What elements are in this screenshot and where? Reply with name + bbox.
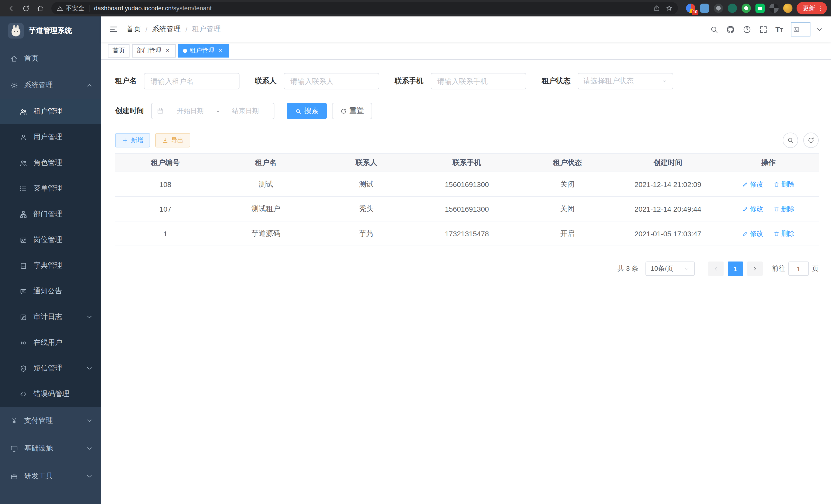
column-header-status: 租户状态 (517, 153, 618, 172)
browser-back-button[interactable] (4, 1, 19, 16)
tags-view-bar: 首页 部门管理 × 租户管理 × (101, 42, 831, 60)
contact-input[interactable] (284, 73, 379, 89)
filter-row-2: 创建时间 开始日期 - 结束日期 搜索 重置 (115, 103, 819, 119)
sidebar-item-home[interactable]: 首页 (0, 45, 101, 72)
create-time-range-picker[interactable]: 开始日期 - 结束日期 (151, 103, 275, 119)
sidebar-item-dept-management[interactable]: 部门管理 (0, 201, 101, 227)
gear-icon (10, 82, 18, 89)
avatar[interactable] (791, 22, 810, 36)
trash-icon (773, 230, 780, 237)
sidebar-item-system-management[interactable]: 系统管理 (0, 72, 101, 99)
cell-contact: 测试 (316, 172, 417, 197)
sidebar-item-dev-tools[interactable]: 研发工具 (0, 463, 101, 490)
dict-icon (20, 262, 27, 269)
delete-link[interactable]: 删除 (773, 229, 795, 238)
close-icon[interactable]: × (217, 47, 224, 54)
post-icon (20, 236, 27, 244)
cell-name: 测试 (216, 172, 316, 197)
extension-icon[interactable] (783, 4, 793, 13)
tenant-name-label: 租户名 (115, 77, 137, 86)
sidebar-item-label: 角色管理 (33, 158, 62, 168)
extension-badge: 10 (692, 10, 698, 15)
sidebar-item-tenant-management[interactable]: 租户管理 (0, 99, 101, 124)
back-arrow-icon (7, 4, 15, 12)
breadcrumb: 首页 / 系统管理 / 租户管理 (126, 25, 221, 34)
tab-dept-management[interactable]: 部门管理 × (132, 44, 176, 57)
breadcrumb-item-system[interactable]: 系统管理 (152, 25, 181, 34)
error-code-icon (20, 390, 27, 398)
sidebar-item-role-management[interactable]: 角色管理 (0, 150, 101, 176)
sidebar-item-menu-management[interactable]: 菜单管理 (0, 176, 101, 201)
toolbar-row: 新增 导出 (115, 132, 819, 148)
caret-down-icon[interactable] (815, 25, 824, 34)
cell-status: 关闭 (517, 172, 618, 197)
contact-phone-input[interactable] (431, 73, 526, 89)
page-number-current[interactable]: 1 (728, 262, 743, 276)
extension-icon[interactable] (728, 4, 737, 13)
sidebar-item-infrastructure[interactable]: 基础设施 (0, 435, 101, 463)
refresh-table-button[interactable] (803, 132, 819, 148)
app-logo[interactable]: 芋道管理系统 (0, 17, 101, 45)
tenant-status-select[interactable]: 请选择租户状态 (578, 73, 673, 89)
breadcrumb-item-home[interactable]: 首页 (126, 25, 141, 34)
sidebar-item-label: 研发工具 (24, 472, 53, 481)
security-chip[interactable]: 不安全 (57, 4, 84, 12)
tab-home[interactable]: 首页 (108, 44, 130, 57)
close-icon[interactable]: × (164, 47, 171, 54)
export-button[interactable]: 导出 (155, 133, 190, 147)
tab-tenant-management[interactable]: 租户管理 × (178, 44, 229, 57)
trash-icon (773, 206, 780, 212)
delete-link[interactable]: 删除 (773, 180, 795, 189)
pagination: 共 3 条 10条/页 1 前往 页 (115, 262, 819, 276)
edit-icon (742, 181, 748, 187)
sidebar-item-pay-management[interactable]: 支付管理 (0, 407, 101, 435)
extension-icon[interactable] (742, 4, 751, 13)
search-button[interactable]: 搜索 (287, 103, 327, 119)
help-button[interactable] (742, 25, 751, 34)
sidebar-item-notice[interactable]: 通知公告 (0, 278, 101, 304)
sidebar-item-online-users[interactable]: 在线用户 (0, 330, 101, 356)
browser-reload-button[interactable] (19, 1, 33, 16)
fullscreen-button[interactable] (759, 25, 768, 34)
sidebar-item-audit-log[interactable]: 审计日志 (0, 304, 101, 330)
reset-button[interactable]: 重置 (332, 103, 372, 119)
goto-page-input[interactable] (789, 262, 809, 276)
active-dot-icon (183, 49, 187, 53)
sidebar-item-dict-management[interactable]: 字典管理 (0, 253, 101, 278)
home-icon (36, 4, 44, 12)
bookmark-star-icon[interactable] (665, 5, 673, 12)
header-search-button[interactable] (710, 25, 718, 34)
tenant-name-input[interactable] (144, 73, 239, 89)
browser-home-button[interactable] (33, 1, 47, 16)
extension-icon[interactable] (700, 4, 709, 13)
delete-link[interactable]: 删除 (773, 204, 795, 213)
main-area: 首页 / 系统管理 / 租户管理 (101, 17, 831, 504)
github-button[interactable] (726, 25, 735, 34)
edit-link[interactable]: 修改 (742, 229, 763, 238)
sidebar-toggle-button[interactable] (101, 17, 126, 42)
extension-icon-adblock[interactable]: 10 (686, 4, 695, 13)
devtool-icon (10, 472, 18, 480)
sidebar-item-user-management[interactable]: 用户管理 (0, 124, 101, 150)
edit-link[interactable]: 修改 (742, 204, 763, 213)
sidebar-item-error-code-management[interactable]: 错误码管理 (0, 381, 101, 407)
sidebar-item-post-management[interactable]: 岗位管理 (0, 227, 101, 253)
share-icon[interactable] (653, 5, 660, 12)
infra-icon (10, 445, 18, 452)
cell-status: 开启 (517, 221, 618, 246)
edit-link[interactable]: 修改 (742, 180, 763, 189)
font-size-button[interactable] (775, 25, 783, 33)
sidebar-item-sms-management[interactable]: 短信管理 (0, 356, 101, 381)
extension-icon[interactable] (755, 4, 765, 13)
add-button[interactable]: 新增 (115, 133, 150, 147)
extension-icon[interactable] (714, 4, 723, 13)
page-size-select[interactable]: 10条/页 (646, 262, 695, 276)
prev-page-button[interactable] (708, 262, 724, 276)
toggle-search-button[interactable] (783, 132, 798, 148)
reload-icon (22, 4, 30, 12)
update-label: 更新 (803, 4, 815, 12)
browser-update-menu-button[interactable]: 更新 (797, 2, 827, 14)
address-bar[interactable]: 不安全 dashboard.yudao.iocoder.cn /system/t… (51, 2, 678, 14)
extension-icon[interactable] (769, 4, 779, 13)
next-page-button[interactable] (747, 262, 763, 276)
